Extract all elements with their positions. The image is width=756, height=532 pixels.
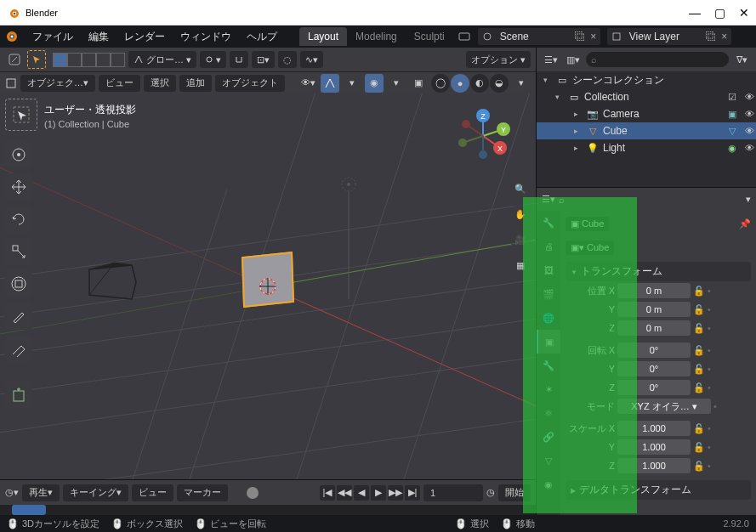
lock-icon[interactable]: 🔓 bbox=[693, 286, 705, 297]
outliner-item-cube[interactable]: ▸ ▽ Cube ▽ 👁 bbox=[537, 122, 756, 139]
workspace-tab-sculpting[interactable]: Sculpti bbox=[406, 27, 453, 46]
lock-icon[interactable]: 🔓 bbox=[693, 323, 705, 334]
shading-dd-icon[interactable]: ▾ bbox=[512, 74, 531, 93]
menu-edit[interactable]: 編集 bbox=[82, 27, 116, 47]
eye-icon[interactable]: 👁 bbox=[742, 109, 756, 119]
overlay-toggle-icon[interactable]: ◉ bbox=[365, 74, 384, 93]
pin-icon[interactable]: 📌 bbox=[739, 218, 751, 229]
current-frame[interactable]: 1 bbox=[423, 484, 483, 501]
viewlayer-copy-icon[interactable]: ⿻ bbox=[704, 30, 718, 43]
active-tool-icon[interactable] bbox=[5, 99, 37, 131]
pivot-dropdown[interactable]: ▾ bbox=[200, 51, 226, 68]
timeline-editor-icon[interactable]: ◷▾ bbox=[5, 487, 19, 498]
shading-matprev-icon[interactable]: ◐ bbox=[470, 74, 489, 93]
submenu-select[interactable]: 選択 bbox=[144, 75, 176, 92]
start-frame[interactable]: 開始 bbox=[498, 484, 531, 501]
3d-viewport[interactable]: ユーザー・透視投影 (1) Collection | Cube bbox=[0, 93, 536, 479]
mesh-data-icon[interactable]: ▽ bbox=[725, 126, 739, 137]
lock-icon[interactable]: 🔓 bbox=[693, 442, 705, 453]
jump-end-icon[interactable]: ▶| bbox=[405, 485, 420, 501]
visibility-icon[interactable]: 👁▾ bbox=[298, 74, 317, 93]
jump-start-icon[interactable]: |◀ bbox=[320, 485, 335, 501]
ptab-scene-icon[interactable]: 🎬 bbox=[537, 282, 560, 306]
menu-window[interactable]: ウィンドウ bbox=[173, 27, 238, 47]
tool-cursor-icon[interactable] bbox=[5, 141, 32, 168]
tool-move-icon[interactable] bbox=[5, 173, 32, 201]
close-button[interactable]: ✕ bbox=[739, 6, 749, 20]
display-mode-icon[interactable]: ▥▾ bbox=[564, 50, 583, 69]
timeline-track[interactable] bbox=[0, 505, 536, 515]
playhead[interactable] bbox=[12, 505, 46, 515]
orientation-dropdown[interactable]: グロー…▾ bbox=[128, 51, 196, 68]
timeline-view[interactable]: ビュー bbox=[132, 484, 173, 501]
ptab-particle-icon[interactable]: ✶ bbox=[537, 377, 560, 401]
ptab-constraint-icon[interactable]: 🔗 bbox=[537, 425, 560, 449]
ptab-object-icon[interactable]: ▣ bbox=[537, 330, 560, 354]
proportional-dropdown[interactable]: ∿▾ bbox=[300, 51, 323, 68]
play-menu[interactable]: 再生 ▾ bbox=[22, 484, 60, 501]
blender-icon[interactable] bbox=[3, 28, 20, 45]
ptab-material-icon[interactable]: ◉ bbox=[537, 473, 560, 496]
autokey-icon[interactable] bbox=[247, 487, 259, 499]
light-data-icon[interactable]: ◉ bbox=[725, 143, 739, 154]
pin-icon[interactable]: ▾ bbox=[746, 194, 751, 205]
submenu-view[interactable]: ビュー bbox=[99, 75, 140, 92]
outliner-tree[interactable]: ▾ ▭ シーンコレクション ▾ ▭ Collection ☑ 👁 ▸ 📷 Cam… bbox=[537, 71, 756, 156]
tool-scale-icon[interactable] bbox=[5, 238, 32, 265]
play-fwd-icon[interactable]: ▶ bbox=[371, 485, 386, 501]
submenu-object[interactable]: オブジェクト bbox=[215, 75, 285, 92]
scene-selector[interactable]: Scene ⿻ × bbox=[478, 28, 600, 45]
scale-z-input[interactable]: 1.000 bbox=[617, 458, 691, 473]
panel-delta-header[interactable]: デルタトランスフォーム bbox=[566, 480, 751, 500]
shading-rendered-icon[interactable]: ◒ bbox=[490, 74, 509, 93]
submenu-add[interactable]: 追加 bbox=[179, 75, 212, 92]
tool-addcube-icon[interactable] bbox=[5, 381, 32, 408]
tool-annotate-icon[interactable] bbox=[5, 303, 32, 330]
menu-help[interactable]: ヘルプ bbox=[240, 27, 284, 47]
outliner-search[interactable]: ⌕ bbox=[586, 52, 729, 67]
mode-dropdown[interactable]: オブジェク… ▾ bbox=[20, 75, 95, 92]
menu-file[interactable]: ファイル bbox=[26, 27, 80, 47]
zoom-icon[interactable]: 🔍 bbox=[510, 178, 531, 199]
proportional-toggle[interactable]: ◌ bbox=[278, 51, 297, 68]
ptab-data-icon[interactable]: ▽ bbox=[537, 449, 560, 473]
shading-wire-icon[interactable]: ◯ bbox=[431, 74, 450, 93]
workspace-tab-modeling[interactable]: Modeling bbox=[347, 27, 406, 46]
breadcrumb-object[interactable]: ▣ Cube bbox=[566, 217, 609, 231]
scene-copy-icon[interactable]: ⿻ bbox=[573, 30, 587, 43]
menu-render[interactable]: レンダー bbox=[117, 27, 172, 47]
properties-editor-icon[interactable]: ☰▾ bbox=[542, 194, 555, 205]
ptab-render-icon[interactable]: 🔧 bbox=[537, 211, 560, 235]
lock-icon[interactable]: 🔓 bbox=[693, 382, 705, 393]
outliner-item-camera[interactable]: ▸ 📷 Camera ▣ 👁 bbox=[537, 105, 756, 122]
next-key-icon[interactable]: ▶▶ bbox=[388, 485, 403, 501]
viewlayer-delete-icon[interactable]: × bbox=[718, 30, 731, 43]
shading-solid-icon[interactable]: ● bbox=[451, 74, 469, 93]
prev-key-icon[interactable]: ◀◀ bbox=[337, 485, 352, 501]
lock-icon[interactable]: 🔓 bbox=[693, 461, 705, 472]
ptab-output-icon[interactable]: 🖨 bbox=[537, 235, 560, 258]
panel-transform-header[interactable]: トランスフォーム bbox=[566, 262, 751, 281]
loc-x-input[interactable]: 0 m bbox=[617, 283, 691, 298]
camera-object[interactable] bbox=[85, 261, 153, 303]
camera-view-icon[interactable]: 🎥 bbox=[510, 229, 531, 250]
snap-toggle[interactable] bbox=[230, 51, 248, 68]
mode-icon[interactable] bbox=[5, 77, 17, 89]
rot-z-input[interactable]: 0° bbox=[617, 380, 691, 395]
lock-icon[interactable]: 🔓 bbox=[693, 304, 705, 315]
timeline-marker[interactable]: マーカー bbox=[177, 484, 228, 501]
overlay-dd-icon[interactable]: ▾ bbox=[387, 74, 406, 93]
light-object[interactable] bbox=[336, 176, 361, 303]
shading-mode-group[interactable]: ◯ ● ◐ ◒ bbox=[431, 74, 509, 93]
perspective-icon[interactable]: ▦ bbox=[510, 255, 531, 275]
gizmo-dd-icon[interactable]: ▾ bbox=[343, 74, 361, 93]
pan-icon[interactable]: ✋ bbox=[510, 204, 531, 224]
checkbox-icon[interactable]: ☑ bbox=[725, 92, 739, 103]
eye-icon[interactable]: 👁 bbox=[742, 92, 756, 102]
rot-x-input[interactable]: 0° bbox=[617, 342, 691, 358]
scene-delete-icon[interactable]: × bbox=[587, 30, 600, 43]
camera-data-icon[interactable]: ▣ bbox=[725, 109, 739, 120]
ptab-physics-icon[interactable]: ⚛ bbox=[537, 401, 560, 425]
rot-y-input[interactable]: 0° bbox=[617, 361, 691, 376]
properties-search[interactable]: ⌕ bbox=[559, 195, 742, 205]
